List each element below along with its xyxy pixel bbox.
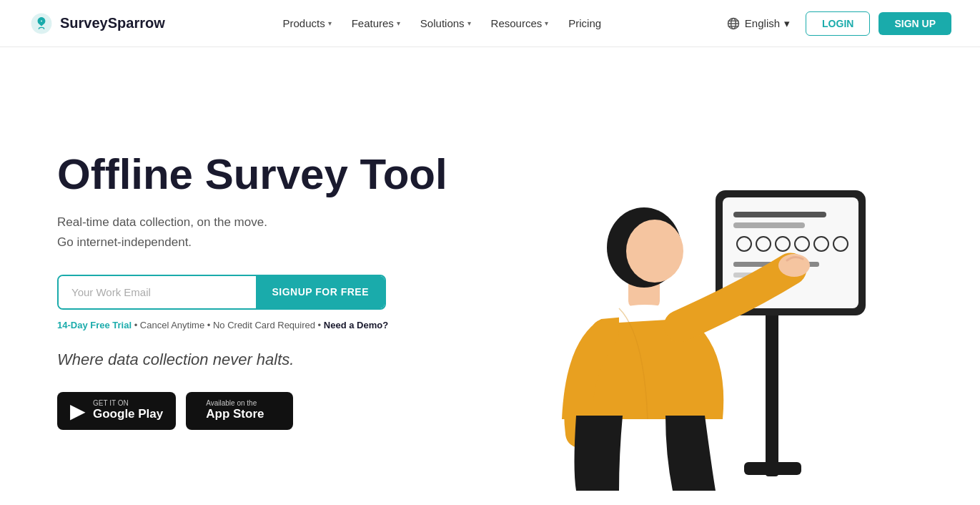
logo-text: SurveySparrow — [60, 15, 165, 31]
logo-icon — [29, 11, 54, 36]
svg-rect-6 — [744, 462, 801, 475]
signup-button[interactable]: SIGN UP — [878, 12, 951, 35]
email-form: SIGNUP FOR FREE — [57, 275, 386, 310]
globe-icon — [726, 16, 741, 31]
email-input[interactable] — [59, 276, 256, 308]
hero-section: Offline Survey Tool Real-time data colle… — [0, 47, 980, 505]
navbar: SurveySparrow Products ▾ Features ▾ Solu… — [0, 0, 980, 47]
logo[interactable]: SurveySparrow — [29, 11, 165, 36]
resources-chevron-icon: ▾ — [545, 19, 548, 27]
features-chevron-icon: ▾ — [397, 19, 400, 27]
app-badges: ▶ GET IT ON Google Play Available on the… — [57, 392, 447, 430]
nav-solutions[interactable]: Solutions ▾ — [412, 11, 480, 35]
nav-features[interactable]: Features ▾ — [343, 11, 409, 35]
hero-subtitle: Real-time data collection, on the move. … — [57, 212, 447, 251]
svg-point-21 — [626, 220, 683, 283]
login-button[interactable]: LOGIN — [806, 11, 870, 36]
language-chevron-icon: ▾ — [784, 17, 790, 30]
google-play-badge[interactable]: ▶ GET IT ON Google Play — [57, 392, 176, 430]
svg-rect-5 — [766, 305, 778, 476]
app-store-label-bottom: App Store — [206, 407, 264, 421]
illustration-svg — [508, 90, 923, 491]
language-selector[interactable]: English ▾ — [719, 12, 797, 35]
solutions-chevron-icon: ▾ — [467, 19, 471, 27]
app-store-badge[interactable]: Available on the App Store — [186, 392, 293, 430]
nav-pricing[interactable]: Pricing — [560, 11, 610, 35]
products-chevron-icon: ▾ — [328, 19, 332, 27]
app-store-label-top: Available on the — [206, 400, 264, 407]
trial-info: 14-Day Free Trial • Cancel Anytime • No … — [57, 320, 447, 330]
trial-separator: • Cancel Anytime • No Credit Card Requir… — [132, 320, 324, 330]
nav-right: English ▾ LOGIN SIGN UP — [719, 11, 951, 36]
svg-rect-9 — [733, 212, 826, 217]
trial-days: 14-Day Free Trial — [57, 320, 132, 330]
language-label: English — [745, 17, 780, 29]
svg-rect-10 — [733, 222, 805, 228]
google-play-icon: ▶ — [70, 399, 86, 423]
demo-link[interactable]: Need a Demo? — [324, 320, 388, 330]
nav-links: Products ▾ Features ▾ Solutions ▾ Resour… — [274, 11, 610, 35]
nav-resources[interactable]: Resources ▾ — [482, 11, 558, 35]
google-play-label-top: GET IT ON — [93, 400, 163, 407]
nav-products[interactable]: Products ▾ — [274, 11, 340, 35]
hero-tagline: Where data collection never halts. — [57, 350, 447, 369]
hero-title: Offline Survey Tool — [57, 151, 447, 198]
hero-illustration — [508, 90, 923, 491]
signup-free-button[interactable]: SIGNUP FOR FREE — [256, 276, 385, 308]
hero-content: Offline Survey Tool Real-time data colle… — [57, 151, 447, 429]
google-play-label-bottom: Google Play — [93, 407, 163, 421]
